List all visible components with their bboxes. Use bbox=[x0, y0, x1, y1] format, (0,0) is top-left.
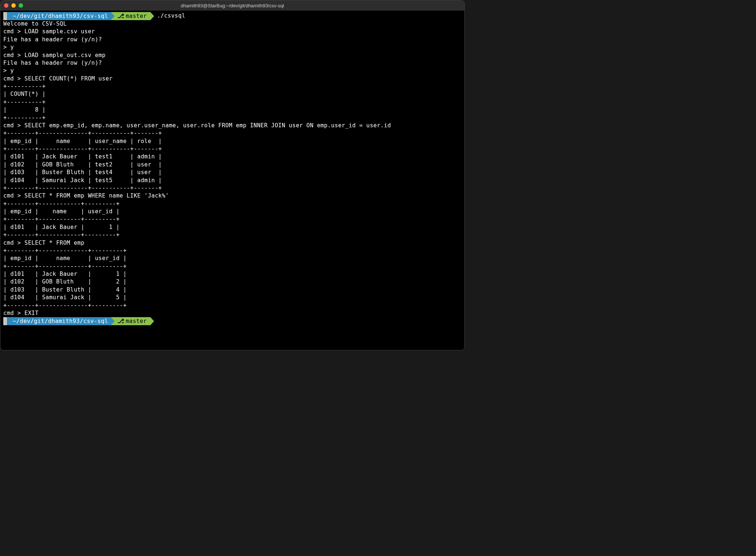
table-row: | d104 | Samurai Jack | 5 | bbox=[3, 294, 461, 301]
table-header: | COUNT(*) | bbox=[3, 90, 461, 98]
output-line: cmd > LOAD sample.csv user bbox=[3, 28, 461, 35]
minimize-button[interactable] bbox=[11, 3, 16, 8]
table-row: | d102 | GOB Bluth | test2 | user | bbox=[3, 161, 461, 169]
table-border: +--------+--------------+---------+ bbox=[3, 247, 461, 255]
table-row: | d102 | GOB Bluth | 2 | bbox=[3, 278, 461, 286]
prompt-path: ~/dev/git/dhamith93/csv-sql bbox=[7, 317, 111, 325]
output-line: File has a header row (y/n)? bbox=[3, 36, 461, 44]
table-row: | d104 | Samurai Jack | test5 | admin | bbox=[3, 177, 461, 184]
apple-icon bbox=[3, 12, 7, 20]
output-line: cmd > EXIT bbox=[3, 309, 461, 317]
output-line: > y bbox=[3, 44, 461, 51]
output-welcome: Welcome to CSV-SQL bbox=[3, 20, 461, 28]
table-border: +--------+------------+---------+ bbox=[3, 200, 461, 208]
terminal-body[interactable]: ~/dev/git/dhamith93/csv-sql ⎇ master ./c… bbox=[0, 11, 464, 327]
table-row: | d101 | Jack Bauer | test1 | admin | bbox=[3, 153, 461, 161]
table-border: +--------+--------------+-----------+---… bbox=[3, 184, 461, 192]
git-branch-icon: ⎇ bbox=[117, 12, 124, 20]
git-branch-icon: ⎇ bbox=[117, 317, 124, 325]
table-border: +--------+--------------+---------+ bbox=[3, 302, 461, 309]
apple-icon bbox=[3, 317, 7, 325]
table-border: +----------+ bbox=[3, 114, 461, 122]
table-row: | d101 | Jack Bauer | 1 | bbox=[3, 223, 461, 231]
table-border: +--------+--------------+-----------+---… bbox=[3, 145, 461, 153]
table-row: | d103 | Buster Bluth | test4 | user | bbox=[3, 169, 461, 176]
output-line: cmd > SELECT emp.emp_id, emp.name, user.… bbox=[3, 122, 461, 129]
terminal-window: dhamith93@StarBug:~/dev/git/dhamith93/cs… bbox=[0, 0, 465, 350]
table-row: | d101 | Jack Bauer | 1 | bbox=[3, 270, 461, 278]
table-border: +----------+ bbox=[3, 98, 461, 106]
prompt-branch: ⎇ master bbox=[111, 317, 150, 325]
prompt-path: ~/dev/git/dhamith93/csv-sql bbox=[7, 12, 111, 20]
command-text: ./csvsql bbox=[157, 12, 185, 20]
close-button[interactable] bbox=[4, 3, 8, 8]
table-row: | 8 | bbox=[3, 106, 461, 114]
table-header: | emp_id | name | user_id | bbox=[3, 255, 461, 262]
output-line: cmd > LOAD sample_out.csv emp bbox=[3, 52, 461, 59]
table-border: +--------+--------------+---------+ bbox=[3, 263, 461, 270]
branch-name: master bbox=[126, 12, 147, 20]
output-line: cmd > SELECT COUNT(*) FROM user bbox=[3, 75, 461, 83]
traffic-lights bbox=[4, 3, 23, 8]
table-border: +----------+ bbox=[3, 83, 461, 90]
table-border: +--------+------------+---------+ bbox=[3, 231, 461, 239]
output-line: File has a header row (y/n)? bbox=[3, 59, 461, 67]
table-header: | emp_id | name | user_id | bbox=[3, 208, 461, 215]
prompt-branch: ⎇ master bbox=[111, 12, 150, 20]
table-border: +--------+------------+---------+ bbox=[3, 215, 461, 223]
output-line: cmd > SELECT * FROM emp bbox=[3, 239, 461, 247]
table-row: | d103 | Buster Bluth | 4 | bbox=[3, 286, 461, 294]
table-header: | emp_id | name | user_name | role | bbox=[3, 138, 461, 145]
window-title: dhamith93@StarBug:~/dev/git/dhamith93/cs… bbox=[181, 3, 284, 8]
branch-name: master bbox=[126, 317, 147, 325]
shell-prompt: ~/dev/git/dhamith93/csv-sql ⎇ master ./c… bbox=[3, 12, 461, 20]
table-border: +--------+--------------+-----------+---… bbox=[3, 129, 461, 137]
maximize-button[interactable] bbox=[19, 3, 23, 8]
shell-prompt: ~/dev/git/dhamith93/csv-sql ⎇ master bbox=[3, 317, 461, 325]
output-line: cmd > SELECT * FROM emp WHERE name LIKE … bbox=[3, 192, 461, 200]
output-line: > y bbox=[3, 67, 461, 75]
titlebar[interactable]: dhamith93@StarBug:~/dev/git/dhamith93/cs… bbox=[0, 0, 464, 11]
